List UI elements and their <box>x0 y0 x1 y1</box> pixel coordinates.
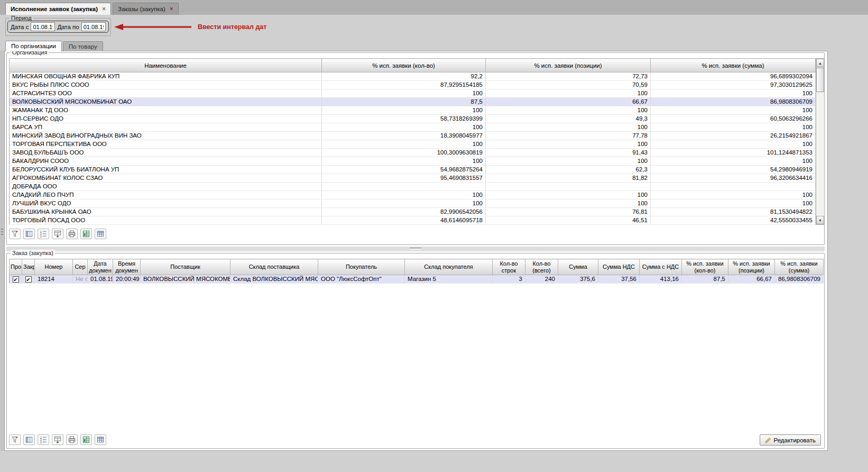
cell[interactable]: 92,2 <box>322 72 486 81</box>
cell[interactable]: Склад ВОЛКОВЫССКИЙ МЯСОК <box>230 275 318 284</box>
cell[interactable]: 76,81 <box>486 208 651 216</box>
table-row[interactable]: АГРОКОМБИНАТ КОЛОС СЗАО95,469083155781,8… <box>10 174 816 183</box>
cell[interactable]: 58,7318269399 <box>322 115 486 123</box>
cell[interactable]: 66,67 <box>486 98 651 106</box>
org-column-header[interactable]: % исп. заявки (позиции) <box>486 59 651 72</box>
cell[interactable]: 91,43 <box>486 149 651 157</box>
tab-zakazy[interactable]: Заказы (закупка) × <box>113 3 179 15</box>
order-column-header[interactable]: % исп. заявки (кол-во) <box>682 259 728 275</box>
cell[interactable]: Не о <box>73 275 88 284</box>
cell[interactable] <box>486 183 651 191</box>
cell[interactable]: СЛАДКИЙ ЛЕО ПЧУП <box>10 191 322 199</box>
org-column-header[interactable]: % исп. заявки (сумма) <box>651 59 816 72</box>
cell[interactable]: 100 <box>486 199 651 208</box>
order-column-header[interactable]: Сумма с НДС <box>640 259 682 275</box>
print-button[interactable] <box>66 229 78 239</box>
cell[interactable]: 100 <box>322 123 486 132</box>
cell[interactable]: 100 <box>486 89 651 98</box>
order-column-header[interactable]: Сер <box>73 259 88 275</box>
table-row[interactable]: ВКУС РЫБЫ ПЛЮС СООО87,929515418570,5997,… <box>10 81 816 89</box>
cell[interactable]: БАКАЛДРИН СООО <box>10 157 322 166</box>
cell[interactable]: 86,9808306709 <box>651 98 816 106</box>
export-button[interactable] <box>52 229 63 239</box>
excel-button[interactable] <box>80 229 92 239</box>
export-button[interactable] <box>52 434 63 445</box>
cell[interactable]: 48,6146095718 <box>322 216 486 225</box>
order-column-header[interactable]: % исп. заявки (позиции) <box>728 259 775 275</box>
table-row[interactable]: БАРСА УП100100100 <box>10 123 816 132</box>
cell[interactable]: 100 <box>486 157 651 166</box>
tab-ispolnenie-zayavok[interactable]: Исполнение заявок (закупка) × <box>5 3 111 15</box>
horizontal-splitter[interactable] <box>6 247 825 251</box>
cell[interactable]: 96,3206634416 <box>651 174 816 183</box>
cell[interactable]: 70,59 <box>486 81 651 89</box>
print-button[interactable] <box>66 434 78 445</box>
order-column-header[interactable]: Поставщик <box>141 259 230 275</box>
table-row[interactable]: ТОРГОВАЯ ПЕРСПЕКТИВА ООО100100100 <box>10 140 816 149</box>
cell[interactable]: АГРОКОМБИНАТ КОЛОС СЗАО <box>10 174 322 183</box>
cell[interactable]: 01.08.19 <box>88 275 113 284</box>
cell[interactable]: ТОРГОВЫЙ ПОСАД ООО <box>10 216 322 225</box>
cell[interactable]: 100 <box>651 157 816 166</box>
cell[interactable]: 100 <box>322 140 486 149</box>
table-row[interactable]: ЛУЧШИЙ ВКУС ОДО100100100 <box>10 199 816 208</box>
cell[interactable]: НП-СЕРВИС ОДО <box>10 115 322 123</box>
cell[interactable]: 3 <box>493 275 525 284</box>
table-row[interactable]: НП-СЕРВИС ОДО58,731826939949,360,5063296… <box>10 115 816 123</box>
table-row[interactable]: ВОЛКОВЫССКИЙ МЯСОКОМБИНАТ ОАО87,566,6786… <box>10 98 816 106</box>
cell[interactable]: 37,56 <box>598 275 640 284</box>
close-icon[interactable]: × <box>102 6 106 12</box>
date-to-input[interactable] <box>81 22 106 31</box>
cell[interactable]: 66,67 <box>728 275 775 284</box>
edit-button[interactable]: Редактировать <box>760 434 821 446</box>
cell[interactable]: БАБУШКИНА КРЫНКА ОАО <box>10 208 322 216</box>
table-row[interactable]: ТОРГОВЫЙ ПОСАД ООО48,614609571846,5142,5… <box>10 216 816 225</box>
cell[interactable]: 100 <box>651 191 816 199</box>
cell[interactable]: 86,9808306709 <box>775 275 824 284</box>
cell[interactable]: 100 <box>486 106 651 115</box>
cell[interactable]: 100 <box>486 140 651 149</box>
filter-button[interactable] <box>9 434 21 445</box>
org-column-header[interactable]: % исп. заявки (кол-во) <box>322 59 486 72</box>
cell[interactable]: 100,3009630819 <box>322 149 486 157</box>
cell[interactable]: 100 <box>322 89 486 98</box>
checkbox-cell[interactable]: ✔ <box>22 275 35 284</box>
cell[interactable]: БАРСА УП <box>10 123 322 132</box>
numbering-button[interactable]: 123 <box>38 229 49 239</box>
columns-button[interactable] <box>23 434 35 445</box>
order-column-header[interactable]: Время докумен <box>113 259 141 275</box>
cell[interactable]: 100 <box>486 123 651 132</box>
cell[interactable]: 100 <box>322 191 486 199</box>
scrollbar-thumb[interactable] <box>816 68 824 92</box>
cell[interactable]: 97,3030129625 <box>651 81 816 89</box>
cell[interactable]: 101,1244871353 <box>651 149 816 157</box>
scroll-down-icon[interactable]: ▼ <box>816 216 824 224</box>
cell[interactable]: 54,9682875264 <box>322 166 486 174</box>
table-row[interactable]: ✔✔18214Не о01.08.1920:00:49ВОЛКОВЫССКИЙ … <box>10 275 824 284</box>
cell[interactable]: 49,3 <box>486 115 651 123</box>
order-column-header[interactable]: Покупатель <box>318 259 405 275</box>
table-row[interactable]: АСТРАСИНТЕЗ ООО100100100 <box>10 89 816 98</box>
cell[interactable]: 87,5 <box>682 275 728 284</box>
cell[interactable]: 240 <box>525 275 558 284</box>
cell[interactable]: 82,9906542056 <box>322 208 486 216</box>
cell[interactable]: 100 <box>651 140 816 149</box>
numbering-button[interactable]: 123 <box>38 434 49 445</box>
cell[interactable]: 100 <box>651 89 816 98</box>
cell[interactable]: 60,5063296266 <box>651 115 816 123</box>
cell[interactable]: 100 <box>322 199 486 208</box>
tab-po-organizacii[interactable]: По организации <box>5 41 62 51</box>
checkbox-icon[interactable]: ✔ <box>13 276 19 283</box>
cell[interactable]: 100 <box>486 191 651 199</box>
order-column-header[interactable]: Склад покупателя <box>405 259 493 275</box>
checkbox-icon[interactable]: ✔ <box>25 276 32 283</box>
cell[interactable]: 42,5550033455 <box>651 216 816 225</box>
cell[interactable]: 54,2980946919 <box>651 166 816 174</box>
cell[interactable]: 81,82 <box>486 174 651 183</box>
close-icon[interactable]: × <box>170 6 173 12</box>
cell[interactable]: 100 <box>322 157 486 166</box>
table-row[interactable]: СЛАДКИЙ ЛЕО ПЧУП100100100 <box>10 191 816 199</box>
cell[interactable]: 375,6 <box>558 275 598 284</box>
cell[interactable]: ООО "ЛюксСофтОпт" <box>318 275 405 284</box>
cell[interactable]: ВКУС РЫБЫ ПЛЮС СООО <box>10 81 322 89</box>
